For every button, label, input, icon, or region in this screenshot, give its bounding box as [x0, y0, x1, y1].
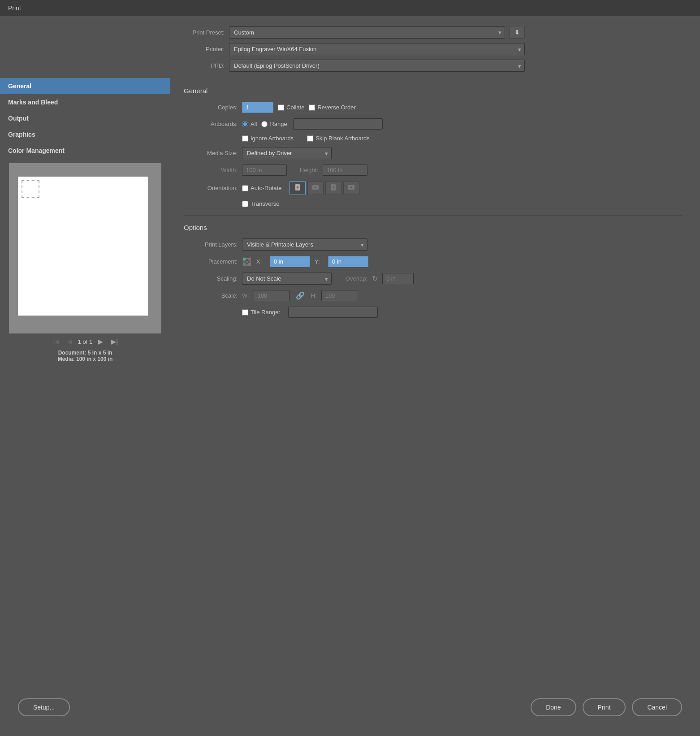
landscape-button[interactable] — [307, 181, 324, 195]
artboards-all-radio[interactable] — [242, 121, 248, 127]
page-preview — [18, 177, 148, 316]
copies-label: Copies: — [184, 104, 238, 111]
done-button[interactable]: Done — [531, 698, 576, 716]
overlap-label: Overlap: — [336, 275, 367, 282]
sidebar-item-color-management[interactable]: Color Management — [0, 143, 170, 159]
preview-box — [9, 163, 161, 333]
print-preset-select[interactable]: Custom — [229, 26, 505, 39]
content-boundary — [22, 180, 39, 198]
height-input[interactable] — [323, 165, 367, 176]
placement-grid-icon[interactable] — [242, 257, 252, 267]
media-size-label: Media Size: — [184, 150, 238, 156]
title-bar: Print — [0, 0, 700, 16]
printer-row: Printer: Epilog Engraver WinX64 Fusion — [175, 43, 525, 55]
print-layers-select[interactable]: Visible & Printable Layers — [242, 238, 367, 251]
collate-checkbox[interactable] — [278, 104, 284, 111]
sidebar: General Marks and Bleed Output Graphics … — [0, 78, 170, 690]
ppd-select[interactable]: Default (Epilog PostScript Driver) — [229, 60, 525, 72]
scaling-select[interactable]: Do Not Scale — [242, 273, 332, 285]
tile-range-input[interactable] — [288, 307, 378, 318]
scale-w-input[interactable] — [254, 290, 290, 301]
copies-input[interactable] — [242, 102, 273, 113]
options-section-title: Options — [184, 224, 682, 231]
general-section-title: General — [184, 87, 682, 95]
transverse-checkbox[interactable] — [242, 201, 248, 207]
placement-y-input[interactable] — [328, 256, 368, 267]
sidebar-item-output[interactable]: Output — [0, 110, 170, 126]
printer-select[interactable]: Epilog Engraver WinX64 Fusion — [229, 43, 525, 55]
height-label: Height: — [291, 167, 318, 173]
svg-rect-14 — [243, 263, 246, 265]
width-input[interactable] — [242, 165, 287, 176]
tile-range-label[interactable]: Tile Range: — [242, 309, 280, 316]
artboards-range-input[interactable] — [293, 118, 383, 130]
ppd-wrapper: Default (Epilog PostScript Driver) — [229, 60, 525, 72]
next-page-button[interactable]: ▶ — [96, 337, 105, 346]
auto-rotate-label[interactable]: Auto-Rotate — [242, 185, 281, 191]
sidebar-item-general[interactable]: General — [0, 78, 170, 94]
auto-rotate-checkbox[interactable] — [242, 185, 248, 191]
printer-label: Printer: — [175, 46, 225, 52]
orientation-label: Orientation: — [184, 185, 238, 191]
overlap-input[interactable] — [382, 273, 414, 284]
pagination-text: 1 of 1 — [78, 338, 93, 345]
artboards-all-label[interactable]: All — [242, 121, 257, 127]
scaling-label: Scaling: — [184, 275, 238, 282]
bottom-bar: Setup... Done Print Cancel — [0, 690, 700, 724]
ignore-artboards-checkbox[interactable] — [242, 135, 248, 142]
tile-range-checkbox[interactable] — [242, 309, 248, 316]
sidebar-list: General Marks and Bleed Output Graphics … — [0, 78, 170, 159]
main-content: General Marks and Bleed Output Graphics … — [0, 78, 700, 690]
print-layers-row: Print Layers: Visible & Printable Layers — [184, 238, 682, 251]
right-panel: General Copies: Collate Reverse Order Ar… — [170, 78, 700, 690]
preview-area: |◀ ◀ 1 of 1 ▶ ▶| Document: 5 in x 5 in M… — [0, 159, 170, 367]
printer-wrapper: Epilog Engraver WinX64 Fusion — [229, 43, 525, 55]
svg-rect-15 — [246, 264, 248, 266]
cancel-button[interactable]: Cancel — [632, 698, 682, 716]
chain-link-icon: 🔗 — [296, 291, 305, 300]
artboards-range-label[interactable]: Range: — [261, 121, 289, 127]
artboards-row: Artboards: All Range: — [184, 118, 682, 130]
collate-checkbox-label[interactable]: Collate — [278, 104, 304, 111]
artboards-range-radio[interactable] — [261, 121, 268, 127]
last-page-button[interactable]: ▶| — [109, 337, 120, 346]
sidebar-item-graphics[interactable]: Graphics — [0, 126, 170, 143]
prev-page-button[interactable]: ◀ — [65, 337, 74, 346]
placement-x-label: X: — [256, 258, 265, 265]
document-info: Document: 5 in x 5 in Media: 100 in x 10… — [58, 350, 113, 362]
scale-h-label: H: — [311, 292, 317, 299]
divider-1 — [184, 215, 682, 216]
transverse-label[interactable]: Transverse — [242, 200, 280, 207]
print-button[interactable]: Print — [583, 698, 626, 716]
skip-blank-artboards-label[interactable]: Skip Blank Artboards — [307, 135, 370, 142]
landscape-flip-button[interactable] — [343, 181, 359, 195]
reverse-order-checkbox-label[interactable]: Reverse Order — [309, 104, 355, 111]
overlap-icon: ↻ — [372, 274, 378, 283]
artboard-options-row: Ignore Artboards Skip Blank Artboards — [184, 135, 682, 142]
tile-range-row: Tile Range: — [184, 307, 682, 318]
top-section: Print Preset: Custom ⬇ Printer: Epilog E… — [0, 16, 700, 78]
dimensions-row: Width: Height: — [184, 165, 682, 176]
portrait-button[interactable] — [290, 181, 306, 195]
svg-point-3 — [315, 186, 316, 188]
skip-blank-artboards-checkbox[interactable] — [307, 135, 313, 142]
svg-rect-9 — [246, 257, 248, 259]
orientation-buttons — [290, 181, 359, 195]
media-size-row: Media Size: Defined by Driver — [184, 147, 682, 159]
scale-row: Scale: W: 🔗 H: — [184, 290, 682, 301]
portrait-flip-button[interactable] — [325, 181, 341, 195]
setup-button[interactable]: Setup... — [18, 698, 70, 716]
placement-x-input[interactable] — [270, 256, 310, 267]
reverse-order-checkbox[interactable] — [309, 104, 315, 111]
first-page-button[interactable]: |◀ — [50, 337, 61, 346]
pagination-row: |◀ ◀ 1 of 1 ▶ ▶| — [50, 337, 120, 346]
svg-rect-10 — [248, 257, 251, 260]
sidebar-item-marks-bleed[interactable]: Marks and Bleed — [0, 94, 170, 110]
ppd-row: PPD: Default (Epilog PostScript Driver) — [175, 60, 525, 72]
svg-rect-8 — [243, 257, 246, 260]
ignore-artboards-label[interactable]: Ignore Artboards — [242, 135, 294, 142]
save-preset-button[interactable]: ⬇ — [510, 26, 525, 39]
copies-row: Copies: Collate Reverse Order — [184, 102, 682, 113]
media-size-select[interactable]: Defined by Driver — [242, 147, 332, 159]
scale-h-input[interactable] — [321, 290, 357, 301]
